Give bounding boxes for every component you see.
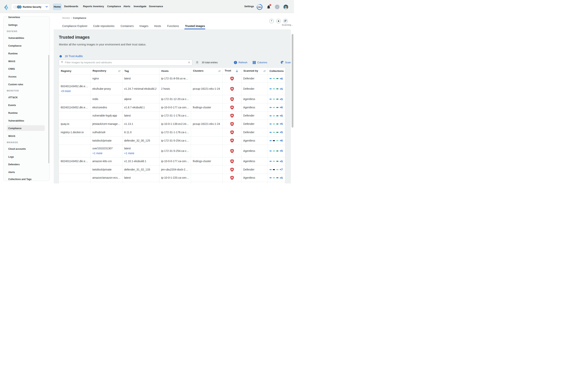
svg-text:AI: AI xyxy=(276,6,278,8)
svg-text:78%: 78% xyxy=(258,6,261,8)
